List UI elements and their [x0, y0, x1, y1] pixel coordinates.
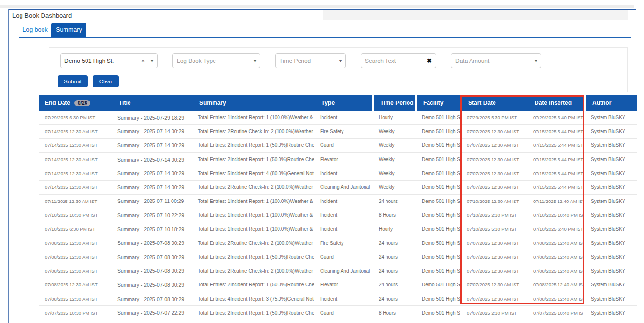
- table-row[interactable]: 07/14/2025 12:30 AM ISTSummary - 2025-07…: [39, 166, 637, 181]
- cell-type: Incident: [314, 226, 372, 232]
- chevron-down-icon[interactable]: ▾: [535, 58, 537, 63]
- search-clear-icon[interactable]: ✖: [427, 57, 432, 64]
- column-header-summary[interactable]: Summary: [192, 95, 314, 111]
- cell-title: Summary - 2025-07-07 22:29: [111, 310, 192, 316]
- clear-button[interactable]: Clear: [93, 75, 119, 87]
- table-row[interactable]: 07/14/2025 12:30 AM ISTSummary - 2025-07…: [39, 153, 637, 167]
- cell-date-inserted: 07/08/2025 12:40 AM IST: [527, 268, 584, 274]
- page-title: Log Book Dashboard: [12, 12, 72, 19]
- tab-summary[interactable]: Summary: [51, 23, 86, 37]
- cell-summary: Total Entries: 1Incident Report: 1 (100.…: [192, 199, 314, 204]
- table-row[interactable]: 07/08/2025 12:30 AM ISTSummary - 2025-07…: [39, 264, 637, 279]
- table-row[interactable]: 07/08/2025 12:30 AM ISTSummary - 2025-07…: [39, 278, 637, 292]
- cell-author: System BluSKY: [584, 199, 637, 204]
- column-header-end-date[interactable]: End Date 0/26: [39, 95, 111, 111]
- table-row[interactable]: 07/14/2025 12:30 AM ISTSummary - 2025-07…: [39, 181, 637, 195]
- time-period-placeholder: Time Period: [279, 58, 336, 64]
- chevron-down-icon[interactable]: ▾: [339, 58, 342, 63]
- cell-type: Cleaning And Janitorial: [314, 268, 372, 274]
- cell-author: System BluSKY: [584, 212, 637, 218]
- cell-start-date: 07/10/2025 2:30 PM IST: [460, 212, 527, 218]
- cell-start-date: 07/07/2025 12:30 AM IST: [460, 254, 527, 260]
- table-row[interactable]: 07/08/2025 12:30 AM ISTSummary - 2025-07…: [39, 250, 637, 264]
- cell-title: Summary - 2025-07-14 00:29: [111, 142, 192, 148]
- cell-time-period: 24 hours: [372, 296, 415, 302]
- table-row[interactable]: 07/29/2025 6:30 PM ISTSummary - 2025-07-…: [39, 111, 637, 125]
- column-header-start-date[interactable]: Start Date: [460, 95, 527, 111]
- cell-start-date: 07/07/2025 12:30 AM IST: [460, 184, 527, 190]
- table-row[interactable]: 07/10/2025 10:30 PM ISTSummary - 2025-07…: [39, 208, 637, 222]
- top-gray-strip: [0, 5, 634, 8]
- facility-select-value: Demo 501 High St.: [64, 58, 141, 64]
- filter-panel: Demo 501 High St. × ▾ Log Book Type ▾ Ti…: [49, 47, 628, 92]
- facility-clear-icon[interactable]: ×: [141, 58, 145, 64]
- cell-start-date: 07/07/2025 12:30 AM IST: [460, 142, 527, 148]
- column-header-facility[interactable]: Facility: [415, 95, 460, 111]
- cell-summary: Total Entries: 2Incident Report: 1 (50.0…: [192, 142, 314, 148]
- cell-date-inserted: 07/10/2025 6:40 PM IST: [527, 226, 584, 232]
- cell-end-date: 07/29/2025 6:30 PM IST: [39, 115, 111, 120]
- search-input[interactable]: Search Text ✖: [361, 53, 436, 68]
- cell-time-period: Hourly: [372, 226, 415, 232]
- table-row[interactable]: 07/07/2025 10:30 PM ISTSummary - 2025-07…: [39, 306, 637, 320]
- time-period-select[interactable]: Time Period ▾: [275, 53, 346, 68]
- facility-select[interactable]: Demo 501 High St. × ▾: [60, 53, 158, 68]
- cell-summary: Total Entries: 5Incident Report: 4 (80.0…: [192, 171, 314, 176]
- cell-summary: Total Entries: 1Incident Report: 1 (100.…: [192, 226, 314, 232]
- cell-facility: Demo 501 High St.: [415, 184, 460, 190]
- selection-count-badge: 0/26: [74, 100, 90, 106]
- log-book-type-placeholder: Log Book Type: [177, 58, 251, 64]
- cell-start-date: 07/07/2025 12:30 AM IST: [460, 157, 527, 162]
- cell-start-date: 07/10/2025 5:30 PM IST: [460, 226, 527, 232]
- table-row[interactable]: 07/10/2025 6:30 PM ISTSummary - 2025-07-…: [39, 222, 637, 237]
- cell-author: System BluSKY: [584, 241, 637, 246]
- table-row[interactable]: 07/14/2025 12:30 AM ISTSummary - 2025-07…: [39, 139, 637, 153]
- cell-type: Guard: [314, 142, 372, 148]
- cell-facility: Demo 501 High St.: [415, 254, 460, 260]
- cell-facility: Demo 501 High St.: [415, 268, 460, 274]
- cell-title: Summary - 2025-07-14 00:29: [111, 157, 192, 162]
- log-book-type-select[interactable]: Log Book Type ▾: [172, 53, 260, 68]
- chevron-down-icon[interactable]: ▾: [254, 58, 256, 63]
- cell-type: Incident: [314, 212, 372, 218]
- cell-type: Guard: [314, 310, 372, 316]
- cell-title: Summary - 2025-07-14 00:29: [111, 184, 192, 190]
- chevron-down-icon[interactable]: ▾: [151, 58, 153, 63]
- cell-facility: Demo 501 High St.: [415, 129, 460, 134]
- cell-author: System BluSKY: [584, 115, 637, 120]
- cell-summary: Total Entries: 2Incident Report: 1 (50.0…: [192, 157, 314, 162]
- cell-type: Cleaning And Janitorial: [314, 184, 372, 190]
- cell-date-inserted: 07/11/2025 12:40 AM IST: [527, 199, 584, 204]
- cell-end-date: 07/08/2025 12:30 AM IST: [39, 254, 111, 260]
- column-header-author[interactable]: Author: [584, 95, 637, 111]
- cell-date-inserted: 07/07/2025 10:40 PM IST: [527, 310, 584, 316]
- tab-log-book[interactable]: Log book: [19, 23, 51, 37]
- cell-author: System BluSKY: [584, 282, 637, 287]
- cell-title: Summary - 2025-07-10 22:29: [111, 212, 192, 218]
- column-header-time-period[interactable]: Time Period: [372, 95, 415, 111]
- table-row[interactable]: 07/08/2025 12:30 AM ISTSummary - 2025-07…: [39, 292, 637, 306]
- table-row[interactable]: 07/08/2025 12:30 AM ISTSummary - 2025-07…: [39, 236, 637, 250]
- cell-summary: Total Entries: 2Incident Report: 1 (50.0…: [192, 254, 314, 260]
- cell-author: System BluSKY: [584, 184, 637, 190]
- table-row[interactable]: 07/14/2025 12:30 AM ISTSummary - 2025-07…: [39, 125, 637, 139]
- data-amount-select[interactable]: Data Amount ▾: [451, 53, 541, 68]
- cell-title: Summary - 2025-07-08 00:29: [111, 240, 192, 246]
- cell-end-date: 07/10/2025 6:30 PM IST: [39, 226, 111, 232]
- cell-time-period: 24 hours: [372, 241, 415, 246]
- cell-end-date: 07/14/2025 12:30 AM IST: [39, 171, 111, 176]
- cell-time-period: 24 hours: [372, 268, 415, 274]
- title-bar-gray-area: [323, 10, 628, 20]
- column-header-type[interactable]: Type: [314, 95, 372, 111]
- cell-facility: Demo 501 High St.: [415, 310, 460, 316]
- column-header-title[interactable]: Title: [111, 95, 192, 111]
- cell-end-date: 07/11/2025 12:30 AM IST: [39, 199, 111, 204]
- table-header-row: End Date 0/26 Title Summary Type Time Pe…: [39, 95, 637, 111]
- column-header-date-inserted[interactable]: Date Inserted: [527, 95, 584, 111]
- cell-time-period: 8 Hours: [372, 310, 415, 316]
- cell-type: Incident: [314, 199, 372, 204]
- cell-title: Summary - 2025-07-14 00:29: [111, 170, 192, 176]
- cell-date-inserted: 07/10/2025 10:40 PM IST: [527, 212, 584, 218]
- table-row[interactable]: 07/11/2025 12:30 AM ISTSummary - 2025-07…: [39, 195, 637, 209]
- submit-button[interactable]: Submit: [58, 75, 88, 87]
